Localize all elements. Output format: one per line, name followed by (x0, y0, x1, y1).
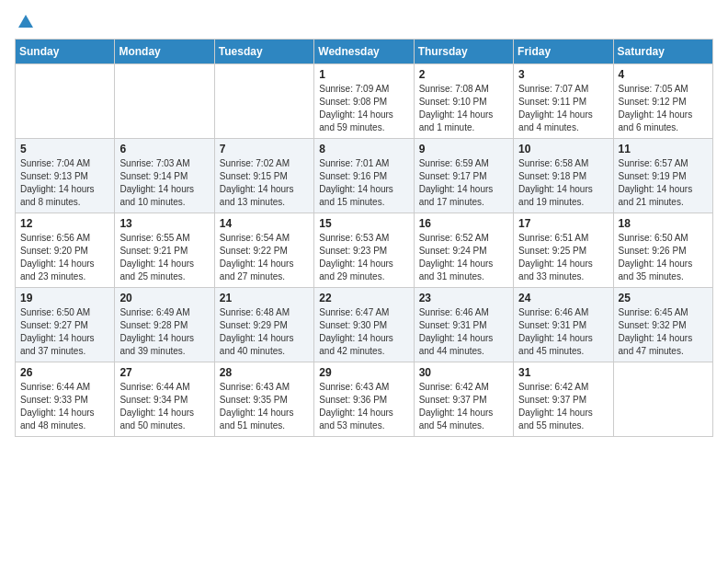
calendar-cell: 3 Sunrise: 7:07 AMSunset: 9:11 PMDayligh… (514, 64, 613, 139)
day-number: 27 (119, 366, 209, 379)
calendar-cell: 14 Sunrise: 6:54 AMSunset: 9:22 PMDaylig… (214, 213, 313, 288)
weekday-header: Tuesday (214, 40, 313, 64)
cell-info: Sunrise: 6:56 AMSunset: 9:20 PMDaylight:… (20, 232, 109, 283)
day-number: 11 (619, 143, 708, 155)
logo (15, 15, 33, 31)
cell-info: Sunrise: 7:09 AMSunset: 9:08 PMDaylight:… (319, 83, 408, 134)
cell-info: Sunrise: 6:46 AMSunset: 9:31 PMDaylight:… (518, 306, 608, 358)
day-number: 31 (518, 366, 608, 379)
cell-info: Sunrise: 6:49 AMSunset: 9:28 PMDaylight:… (119, 306, 209, 358)
cell-info: Sunrise: 7:04 AMSunset: 9:13 PMDaylight:… (20, 157, 109, 209)
cell-info: Sunrise: 6:59 AMSunset: 9:17 PMDaylight:… (419, 157, 508, 209)
calendar-cell: 22 Sunrise: 6:47 AMSunset: 9:30 PMDaylig… (314, 288, 414, 362)
calendar-cell: 26 Sunrise: 6:44 AMSunset: 9:33 PMDaylig… (16, 362, 115, 437)
calendar-cell: 6 Sunrise: 7:03 AMSunset: 9:14 PMDayligh… (115, 139, 214, 213)
day-number: 25 (619, 292, 708, 304)
calendar-cell: 11 Sunrise: 6:57 AMSunset: 9:19 PMDaylig… (613, 139, 712, 213)
calendar-cell: 10 Sunrise: 6:58 AMSunset: 9:18 PMDaylig… (514, 139, 613, 213)
day-number: 18 (619, 217, 708, 230)
day-number: 3 (518, 68, 608, 81)
calendar-row: 12 Sunrise: 6:56 AMSunset: 9:20 PMDaylig… (16, 213, 713, 288)
day-number: 19 (20, 292, 109, 304)
cell-info: Sunrise: 6:48 AMSunset: 9:29 PMDaylight:… (220, 306, 309, 358)
day-number: 26 (20, 366, 109, 379)
calendar-cell: 25 Sunrise: 6:45 AMSunset: 9:32 PMDaylig… (613, 288, 712, 362)
calendar-row: 1 Sunrise: 7:09 AMSunset: 9:08 PMDayligh… (16, 64, 713, 139)
cell-info: Sunrise: 6:52 AMSunset: 9:24 PMDaylight:… (419, 232, 508, 283)
cell-info: Sunrise: 6:50 AMSunset: 9:26 PMDaylight:… (619, 232, 708, 283)
weekday-header: Wednesday (314, 40, 414, 64)
day-number: 17 (518, 217, 608, 230)
day-number: 24 (518, 292, 608, 304)
cell-info: Sunrise: 6:53 AMSunset: 9:23 PMDaylight:… (319, 232, 408, 283)
day-number: 21 (220, 292, 309, 304)
calendar-cell: 13 Sunrise: 6:55 AMSunset: 9:21 PMDaylig… (115, 213, 214, 288)
weekday-header: Monday (115, 40, 214, 64)
calendar-row: 19 Sunrise: 6:50 AMSunset: 9:27 PMDaylig… (16, 288, 713, 362)
cell-info: Sunrise: 6:47 AMSunset: 9:30 PMDaylight:… (319, 306, 408, 358)
day-number: 12 (20, 217, 109, 230)
cell-info: Sunrise: 6:42 AMSunset: 9:37 PMDaylight:… (518, 381, 608, 432)
calendar-cell: 5 Sunrise: 7:04 AMSunset: 9:13 PMDayligh… (16, 139, 115, 213)
cell-info: Sunrise: 6:44 AMSunset: 9:33 PMDaylight:… (20, 381, 109, 432)
weekday-header: Thursday (414, 40, 513, 64)
cell-info: Sunrise: 6:51 AMSunset: 9:25 PMDaylight:… (518, 232, 608, 283)
cell-info: Sunrise: 7:02 AMSunset: 9:15 PMDaylight:… (220, 157, 309, 209)
day-number: 22 (319, 292, 408, 304)
day-number: 14 (220, 217, 309, 230)
calendar-cell: 18 Sunrise: 6:50 AMSunset: 9:26 PMDaylig… (613, 213, 712, 288)
day-number: 23 (419, 292, 508, 304)
calendar-cell: 2 Sunrise: 7:08 AMSunset: 9:10 PMDayligh… (414, 64, 513, 139)
day-number: 9 (419, 143, 508, 155)
cell-info: Sunrise: 6:45 AMSunset: 9:32 PMDaylight:… (619, 306, 708, 358)
calendar-cell: 31 Sunrise: 6:42 AMSunset: 9:37 PMDaylig… (514, 362, 613, 437)
cell-info: Sunrise: 6:43 AMSunset: 9:35 PMDaylight:… (220, 381, 309, 432)
cell-info: Sunrise: 6:55 AMSunset: 9:21 PMDaylight:… (119, 232, 209, 283)
calendar-cell: 24 Sunrise: 6:46 AMSunset: 9:31 PMDaylig… (514, 288, 613, 362)
day-number: 2 (419, 68, 508, 81)
cell-info: Sunrise: 6:44 AMSunset: 9:34 PMDaylight:… (119, 381, 209, 432)
day-number: 8 (319, 143, 408, 155)
weekday-header: Sunday (16, 40, 115, 64)
calendar-cell: 19 Sunrise: 6:50 AMSunset: 9:27 PMDaylig… (16, 288, 115, 362)
day-number: 30 (419, 366, 508, 379)
cell-info: Sunrise: 7:07 AMSunset: 9:11 PMDaylight:… (518, 83, 608, 134)
cell-info: Sunrise: 6:54 AMSunset: 9:22 PMDaylight:… (220, 232, 309, 283)
day-number: 4 (619, 68, 708, 81)
day-number: 15 (319, 217, 408, 230)
calendar-cell: 16 Sunrise: 6:52 AMSunset: 9:24 PMDaylig… (414, 213, 513, 288)
calendar-header-row: SundayMondayTuesdayWednesdayThursdayFrid… (16, 40, 713, 64)
calendar-cell: 23 Sunrise: 6:46 AMSunset: 9:31 PMDaylig… (414, 288, 513, 362)
calendar-cell: 7 Sunrise: 7:02 AMSunset: 9:15 PMDayligh… (214, 139, 313, 213)
calendar-cell: 12 Sunrise: 6:56 AMSunset: 9:20 PMDaylig… (16, 213, 115, 288)
calendar-cell: 27 Sunrise: 6:44 AMSunset: 9:34 PMDaylig… (115, 362, 214, 437)
calendar-cell: 28 Sunrise: 6:43 AMSunset: 9:35 PMDaylig… (214, 362, 313, 437)
weekday-header: Friday (514, 40, 613, 64)
cell-info: Sunrise: 6:43 AMSunset: 9:36 PMDaylight:… (319, 381, 408, 432)
day-number: 1 (319, 68, 408, 81)
calendar-cell: 4 Sunrise: 7:05 AMSunset: 9:12 PMDayligh… (613, 64, 712, 139)
calendar-table: SundayMondayTuesdayWednesdayThursdayFrid… (15, 39, 713, 437)
calendar-cell: 15 Sunrise: 6:53 AMSunset: 9:23 PMDaylig… (314, 213, 414, 288)
weekday-header: Saturday (613, 40, 712, 64)
day-number: 20 (119, 292, 209, 304)
calendar-cell: 30 Sunrise: 6:42 AMSunset: 9:37 PMDaylig… (414, 362, 513, 437)
cell-info: Sunrise: 7:05 AMSunset: 9:12 PMDaylight:… (619, 83, 708, 134)
cell-info: Sunrise: 6:58 AMSunset: 9:18 PMDaylight:… (518, 157, 608, 209)
calendar-cell: 20 Sunrise: 6:49 AMSunset: 9:28 PMDaylig… (115, 288, 214, 362)
cell-info: Sunrise: 7:03 AMSunset: 9:14 PMDaylight:… (119, 157, 209, 209)
calendar-cell: 8 Sunrise: 7:01 AMSunset: 9:16 PMDayligh… (314, 139, 414, 213)
day-number: 6 (119, 143, 209, 155)
calendar-cell: 21 Sunrise: 6:48 AMSunset: 9:29 PMDaylig… (214, 288, 313, 362)
cell-info: Sunrise: 7:08 AMSunset: 9:10 PMDaylight:… (419, 83, 508, 134)
day-number: 13 (119, 217, 209, 230)
day-number: 28 (220, 366, 309, 379)
logo-triangle-icon (18, 15, 33, 28)
calendar-row: 5 Sunrise: 7:04 AMSunset: 9:13 PMDayligh… (16, 139, 713, 213)
calendar-cell: 29 Sunrise: 6:43 AMSunset: 9:36 PMDaylig… (314, 362, 414, 437)
day-number: 10 (518, 143, 608, 155)
calendar-cell (16, 64, 115, 139)
cell-info: Sunrise: 6:57 AMSunset: 9:19 PMDaylight:… (619, 157, 708, 209)
day-number: 16 (419, 217, 508, 230)
day-number: 29 (319, 366, 408, 379)
